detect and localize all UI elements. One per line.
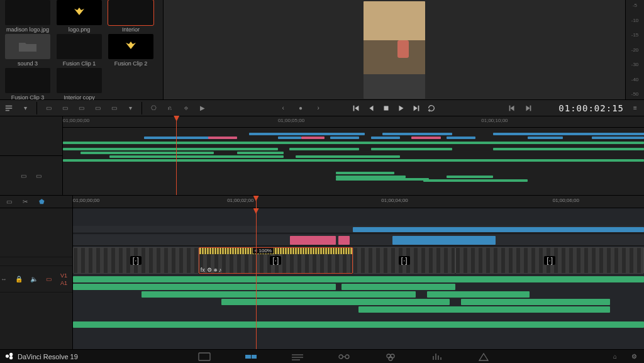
playhead[interactable]	[256, 208, 257, 349]
mini-clip[interactable]	[296, 155, 400, 158]
menu-icon[interactable]: ≡	[630, 103, 640, 113]
step-back-icon[interactable]	[366, 103, 376, 113]
lock-track-icon[interactable]: ↔	[0, 274, 9, 284]
mini-clip[interactable]	[80, 152, 214, 154]
media-thumbnail[interactable]	[5, 0, 50, 25]
audio-clip[interactable]	[142, 291, 416, 298]
mini-clip[interactable]	[447, 176, 493, 178]
page-cut[interactable]	[243, 351, 258, 362]
tool-4-icon[interactable]: ▶	[197, 103, 208, 113]
stabilize-icon[interactable]: ⎈	[214, 267, 217, 273]
tool-3-icon[interactable]: ⎆	[181, 103, 191, 113]
audio-clip[interactable]	[358, 306, 610, 313]
page-color[interactable]	[383, 351, 398, 362]
mini-clip[interactable]	[63, 142, 644, 144]
media-pool-item[interactable]: madison logo.jpg	[3, 0, 53, 33]
media-thumbnail[interactable]	[108, 0, 153, 25]
home-icon[interactable]: ⌂	[610, 352, 620, 362]
mini-clip[interactable]	[208, 137, 237, 139]
mini-clip[interactable]	[301, 137, 325, 139]
loop-icon[interactable]	[426, 103, 436, 113]
track-label-a1[interactable]: A1	[60, 280, 67, 286]
media-thumbnail[interactable]	[57, 68, 102, 93]
mini-clip[interactable]	[336, 172, 394, 174]
audio-clip[interactable]	[73, 321, 644, 328]
media-pool-item[interactable]: Interior copy	[54, 68, 104, 101]
mini-clip[interactable]	[423, 179, 528, 182]
video-clip[interactable]: [·]« 100%fx⚙⎈♪	[199, 247, 353, 274]
mini-timeline[interactable]: 01;00;00;0001;00;05;0001;00;10;00	[63, 116, 644, 195]
mini-playhead[interactable]	[176, 116, 177, 195]
mini-clip[interactable]	[493, 148, 644, 150]
timeline-ruler[interactable]: 01;00;00;0001;00;02;0001;00;04;0001;00;0…	[73, 196, 644, 208]
mini-clip[interactable]	[249, 133, 365, 135]
timeline-clip[interactable]	[353, 227, 644, 232]
timeline-clip[interactable]	[290, 236, 336, 245]
media-thumbnail[interactable]	[5, 34, 50, 59]
audio-track-toggle-icon[interactable]: ▭	[34, 170, 44, 181]
mini-clip[interactable]	[336, 178, 429, 181]
page-edit[interactable]	[290, 351, 305, 362]
timeline-view-icon[interactable]: ▭	[4, 197, 14, 207]
shield-marker-icon[interactable]: ⬟	[36, 197, 47, 207]
media-pool-item[interactable]: logo.png	[54, 0, 104, 33]
settings-icon[interactable]: ⚙	[207, 267, 212, 273]
page-fairlight[interactable]	[430, 351, 445, 362]
media-thumbnail[interactable]	[5, 68, 50, 93]
mark-out-icon[interactable]	[523, 103, 533, 113]
page-fusion[interactable]	[336, 351, 352, 362]
media-thumbnail[interactable]	[57, 34, 102, 59]
speed-icon[interactable]: ♪	[219, 267, 222, 273]
mini-clip[interactable]	[237, 152, 284, 154]
insert-clip-icon[interactable]: ▭	[43, 103, 53, 113]
record-icon[interactable]: ●	[296, 103, 306, 113]
mark-in-icon[interactable]	[507, 103, 517, 113]
mini-clip[interactable]	[63, 148, 278, 150]
page-deliver[interactable]	[476, 351, 491, 362]
mini-clip[interactable]	[330, 137, 359, 139]
stop-icon[interactable]	[381, 103, 391, 113]
ripple-overwrite-icon[interactable]: ▭	[76, 103, 86, 113]
mini-clip[interactable]	[528, 137, 562, 139]
nav-prev-icon[interactable]: ‹	[278, 103, 288, 113]
settings-gear-icon[interactable]: ⚙	[629, 352, 639, 362]
timeline-clip[interactable]	[338, 236, 350, 245]
track-label-v1[interactable]: V1	[60, 272, 67, 279]
fx-icon[interactable]: fx	[201, 267, 205, 273]
mini-clip[interactable]	[63, 159, 644, 162]
tool-1-icon[interactable]: ⎔	[148, 103, 158, 113]
go-start-icon[interactable]	[351, 103, 361, 113]
timeline-clip[interactable]	[392, 236, 495, 245]
playhead[interactable]	[256, 196, 257, 208]
mini-clip[interactable]	[371, 137, 400, 139]
timeline-canvas[interactable]: 01;00;00;0001;00;02;0001;00;04;0001;00;0…	[73, 196, 644, 349]
closeup-icon[interactable]: ▭	[92, 103, 103, 113]
timeline-track[interactable]	[73, 235, 644, 246]
media-thumbnail[interactable]	[57, 0, 102, 25]
tool-2-icon[interactable]: ⎌	[165, 103, 175, 113]
nav-next-icon[interactable]: ›	[313, 103, 323, 113]
media-thumbnail[interactable]	[108, 34, 153, 59]
append-clip-icon[interactable]: ▭	[60, 103, 70, 113]
mini-clip[interactable]	[493, 133, 644, 135]
play-icon[interactable]	[396, 103, 406, 113]
audio-clip[interactable]	[73, 284, 336, 290]
video-clip[interactable]: [·]	[73, 247, 199, 274]
record-enable-icon[interactable]: ▭	[44, 274, 54, 284]
video-clip[interactable]: [·]	[455, 247, 644, 274]
mini-clip[interactable]	[278, 137, 301, 139]
audio-clip[interactable]	[427, 291, 530, 298]
video-track-toggle-icon[interactable]: ▭	[19, 170, 29, 181]
audio-clip[interactable]	[73, 276, 644, 282]
go-end-icon[interactable]	[411, 103, 421, 113]
mini-clip[interactable]	[289, 148, 359, 150]
mini-clip[interactable]	[592, 137, 644, 139]
chevron-down-icon[interactable]: ▾	[20, 103, 30, 113]
media-pool-item[interactable]: Fusion Clip 2	[106, 34, 156, 67]
scissors-icon[interactable]: ✂	[20, 197, 30, 207]
media-pool-item[interactable]: Fusion Clip 1	[54, 34, 104, 67]
toolbar-dropdown-icon[interactable]	[4, 103, 14, 113]
media-pool-item[interactable]: Fusion Clip 3	[3, 68, 53, 101]
mini-timeline-ruler[interactable]: 01;00;00;0001;00;05;0001;00;10;00	[63, 116, 644, 128]
place-on-top-icon[interactable]: ▭	[109, 103, 119, 113]
